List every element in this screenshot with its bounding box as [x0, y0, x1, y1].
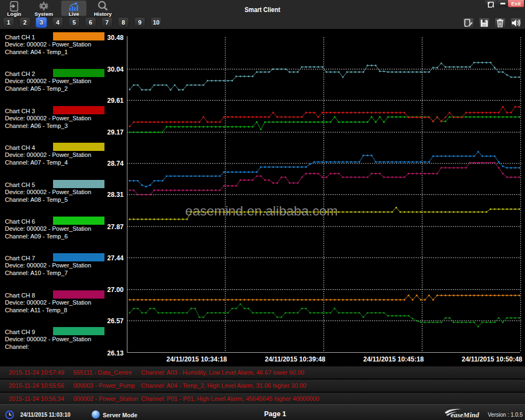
svg-text:24/11/2015 10:34:18: 24/11/2015 10:34:18 [166, 355, 227, 363]
svg-text:easeMind: easeMind [451, 411, 480, 419]
svg-text:24/11/2015 10:39:48: 24/11/2015 10:39:48 [265, 355, 325, 363]
svg-text:easemind.en.alibaba.com: easemind.en.alibaba.com [185, 203, 337, 218]
svg-text:24/11/2015 10:50:48: 24/11/2015 10:50:48 [462, 355, 522, 363]
svg-text:24/11/2015 10:45:18: 24/11/2015 10:45:18 [363, 355, 424, 363]
